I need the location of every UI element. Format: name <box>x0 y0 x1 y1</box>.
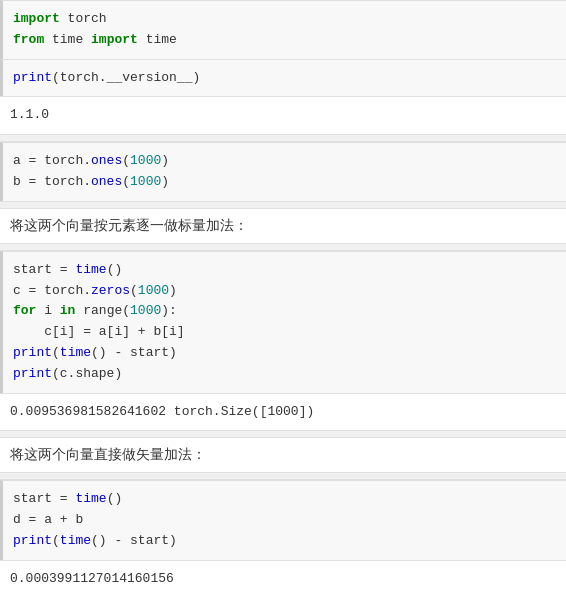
func-ones-b: ones <box>91 174 122 189</box>
func-time-2: time <box>60 345 91 360</box>
separator-2 <box>0 201 566 209</box>
output-vector-time: 0.0003991127014160156 <box>10 569 556 589</box>
output-cell-version: 1.1.0 <box>0 96 566 135</box>
func-zeros: zeros <box>91 283 130 298</box>
num-1000-b: 1000 <box>130 174 161 189</box>
output-loop-time: 0.009536981582641602 torch.Size([1000]) <box>10 402 556 423</box>
keyword-for: for <box>13 303 36 318</box>
keyword-import2: import <box>91 32 138 47</box>
code-cell-print-version: print(torch.__version__) <box>0 59 566 98</box>
code-cell-loop: start = time() c = torch.zeros(1000) for… <box>0 251 566 394</box>
text-vector-add: 将这两个向量直接做矢量加法： <box>10 446 556 464</box>
output-version: 1.1.0 <box>10 105 556 126</box>
code-content-loop: start = time() c = torch.zeros(1000) for… <box>13 260 556 385</box>
num-1000-range: 1000 <box>130 303 161 318</box>
text-cell-1: 将这两个向量按元素逐一做标量加法： <box>0 209 566 243</box>
code-content-vector: start = time() d = a + b print(time() - … <box>13 489 556 551</box>
separator-3 <box>0 243 566 251</box>
func-print-time: print <box>13 345 52 360</box>
text-cell-2: 将这两个向量直接做矢量加法： <box>0 438 566 472</box>
func-time-4: time <box>60 533 91 548</box>
code-cell-create-tensors: a = torch.ones(1000) b = torch.ones(1000… <box>0 142 566 202</box>
keyword-import: import <box>13 11 60 26</box>
code-content-print: print(torch.__version__) <box>13 68 556 89</box>
keyword-from: from <box>13 32 44 47</box>
separator-5 <box>0 472 566 480</box>
text-scalar-add: 将这两个向量按元素逐一做标量加法： <box>10 217 556 235</box>
separator-1 <box>0 134 566 142</box>
func-print-time-2: print <box>13 533 52 548</box>
separator-4 <box>0 430 566 438</box>
code-content: import torch from time import time <box>13 9 556 51</box>
func-time-3: time <box>75 491 106 506</box>
func-time-1: time <box>75 262 106 277</box>
func-print: print <box>13 70 52 85</box>
notebook: import torch from time import time print… <box>0 0 566 589</box>
keyword-in: in <box>60 303 76 318</box>
code-content-tensors: a = torch.ones(1000) b = torch.ones(1000… <box>13 151 556 193</box>
code-cell-vector: start = time() d = a + b print(time() - … <box>0 480 566 560</box>
num-1000-a: 1000 <box>130 153 161 168</box>
num-1000-c: 1000 <box>138 283 169 298</box>
output-cell-vector: 0.0003991127014160156 <box>0 560 566 589</box>
func-print-shape: print <box>13 366 52 381</box>
func-ones-a: ones <box>91 153 122 168</box>
code-cell-import: import torch from time import time <box>0 0 566 60</box>
output-cell-loop: 0.009536981582641602 torch.Size([1000]) <box>0 393 566 432</box>
